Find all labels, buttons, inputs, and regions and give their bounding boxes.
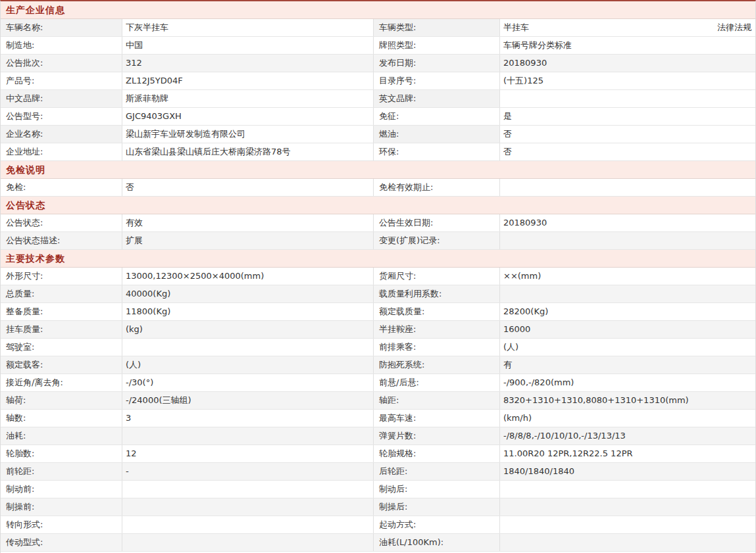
table-row: 油耗: 弹簧片数: -/8/8/8,-/10/10/10,-/13/13/13 bbox=[1, 427, 755, 445]
field-label: 制造地: bbox=[1, 37, 122, 54]
section-rows: 外形尺寸: 13000,12300×2500×4000(mm) 货厢尺寸: ××… bbox=[1, 268, 755, 552]
field-label: 传动型式: bbox=[1, 534, 122, 551]
table-row: 企业地址: 山东省梁山县梁山镇后庄大桥南梁济路78号 环保: 否 bbox=[1, 143, 755, 161]
field-label: 产品号: bbox=[1, 72, 122, 89]
field-value-cell: (km/h) bbox=[500, 410, 755, 427]
field-value: GJC9403GXH bbox=[122, 108, 374, 125]
field-value: -/900,-/820(mm) bbox=[503, 374, 574, 391]
field-label: 免检有效期止: bbox=[374, 179, 500, 196]
field-value-cell: 有 bbox=[500, 356, 755, 373]
field-label: 货厢尺寸: bbox=[374, 268, 500, 285]
field-value-cell: 28200(Kg) bbox=[500, 303, 755, 320]
field-value: 是 bbox=[503, 108, 512, 125]
table-row: 产品号: ZL12J5YD04F 目录序号: (十五)125 bbox=[1, 72, 755, 90]
field-label: 发布日期: bbox=[374, 55, 500, 72]
field-label: 公告生效日期: bbox=[374, 214, 500, 231]
field-value: 否 bbox=[503, 143, 512, 160]
table-row: 制操前: 制操后: bbox=[1, 498, 755, 516]
field-value-cell bbox=[500, 285, 755, 302]
field-label: 免征: bbox=[374, 108, 500, 125]
field-value bbox=[122, 339, 374, 356]
table-row: 接近角/离去角: -/30(°) 前悬/后悬: -/900,-/820(mm) bbox=[1, 374, 755, 392]
field-value-cell: -/8/8/8,-/10/10/10,-/13/13/13 bbox=[500, 427, 755, 445]
table-row: 额定载客: (人) 防抱死系统: 有 bbox=[1, 356, 755, 374]
field-label: 额定载客: bbox=[1, 356, 122, 373]
field-label: 轴荷: bbox=[1, 392, 122, 409]
field-value: 12 bbox=[122, 445, 374, 462]
table-row: 公告型号: GJC9403GXH 免征: 是 bbox=[1, 108, 755, 126]
section-header: 生产企业信息 bbox=[1, 1, 755, 19]
field-value-cell bbox=[500, 179, 755, 196]
field-value: 否 bbox=[503, 126, 512, 143]
section-rows: 车辆名称: 下灰半挂车 车辆类型: 半挂车 法律法规 制造地: 中国 牌照类型:… bbox=[1, 19, 755, 161]
field-value: 有 bbox=[503, 356, 512, 373]
field-label: 目录序号: bbox=[374, 72, 500, 89]
section: 免检说明 免检: 否 免检有效期止: bbox=[1, 161, 755, 197]
field-label: 免检: bbox=[1, 179, 122, 196]
field-label: 挂车质量: bbox=[1, 321, 122, 338]
table-row: 免检: 否 免检有效期止: bbox=[1, 179, 755, 197]
field-label: 制操后: bbox=[374, 498, 500, 516]
section-header: 免检说明 bbox=[1, 161, 755, 179]
field-value-cell: ××(mm) bbox=[500, 268, 755, 285]
field-value-cell bbox=[500, 481, 755, 498]
table-row: 公告状态描述: 扩展 变更(扩展)记录: bbox=[1, 232, 755, 250]
field-value: -/30(°) bbox=[122, 374, 374, 391]
section-title: 生产企业信息 bbox=[6, 5, 65, 15]
legal-regulations-link[interactable]: 法律法规 bbox=[717, 19, 751, 36]
field-label: 企业名称: bbox=[1, 126, 122, 143]
field-value: 3 bbox=[122, 410, 374, 427]
field-value: ZL12J5YD04F bbox=[122, 72, 374, 89]
table-row: 轮胎数: 12 轮胎规格: 11.00R20 12PR,12R22.5 12PR bbox=[1, 445, 755, 463]
field-value bbox=[122, 481, 374, 498]
field-label: 油耗(L/100Km): bbox=[374, 534, 500, 551]
table-row: 转向形式: 起动方式: bbox=[1, 516, 755, 534]
field-value: 中国 bbox=[122, 37, 374, 54]
field-value: 11.00R20 12PR,12R22.5 12PR bbox=[503, 445, 633, 462]
field-label: 油耗: bbox=[1, 427, 122, 445]
field-label: 后轮距: bbox=[374, 463, 500, 480]
field-value: 16000 bbox=[503, 321, 530, 338]
field-label: 转向形式: bbox=[1, 516, 122, 533]
table-row: 轴荷: -/24000(三轴组) 轴距: 8320+1310+1310,8080… bbox=[1, 392, 755, 410]
table-row: 外形尺寸: 13000,12300×2500×4000(mm) 货厢尺寸: ××… bbox=[1, 268, 755, 285]
field-value: (人) bbox=[122, 356, 374, 373]
field-label: 燃油: bbox=[374, 126, 500, 143]
field-value-cell: -/900,-/820(mm) bbox=[500, 374, 755, 391]
section-title: 免检说明 bbox=[6, 164, 45, 175]
field-label: 起动方式: bbox=[374, 516, 500, 533]
section-title: 主要技术参数 bbox=[6, 253, 65, 264]
field-label: 驾驶室: bbox=[1, 339, 122, 356]
field-value: 1840/1840/1840 bbox=[503, 463, 574, 480]
field-value-cell: 20180930 bbox=[500, 214, 755, 231]
field-value-cell: 11.00R20 12PR,12R22.5 12PR bbox=[500, 445, 755, 462]
section-header: 主要技术参数 bbox=[1, 250, 755, 268]
table-row: 总质量: 40000(Kg) 载质量利用系数: bbox=[1, 285, 755, 303]
field-label: 轮胎数: bbox=[1, 445, 122, 462]
field-label: 半挂鞍座: bbox=[374, 321, 500, 338]
field-value: -/24000(三轴组) bbox=[122, 392, 374, 409]
field-label: 额定载质量: bbox=[374, 303, 500, 320]
field-value: -/8/8/8,-/10/10/10,-/13/13/13 bbox=[503, 427, 626, 445]
table-row: 企业名称: 梁山新宇车业研发制造有限公司 燃油: 否 bbox=[1, 126, 755, 143]
field-value: 28200(Kg) bbox=[503, 303, 548, 320]
field-label: 总质量: bbox=[1, 285, 122, 302]
field-value bbox=[122, 534, 374, 551]
field-label: 外形尺寸: bbox=[1, 268, 122, 285]
field-label: 防抱死系统: bbox=[374, 356, 500, 373]
field-label: 制操前: bbox=[1, 498, 122, 516]
field-value: 312 bbox=[122, 55, 374, 72]
field-value-cell: 否 bbox=[500, 143, 755, 160]
field-value: 有效 bbox=[122, 214, 374, 231]
field-label: 变更(扩展)记录: bbox=[374, 232, 500, 249]
field-value: 扩展 bbox=[122, 232, 374, 249]
field-value: 梁山新宇车业研发制造有限公司 bbox=[122, 126, 374, 143]
field-value-cell: 半挂车 法律法规 bbox=[500, 19, 755, 36]
field-value: (十五)125 bbox=[503, 72, 543, 89]
field-value bbox=[122, 427, 374, 445]
field-label: 车辆名称: bbox=[1, 19, 122, 36]
field-value: ××(mm) bbox=[503, 268, 541, 285]
field-value: 半挂车 bbox=[503, 19, 529, 36]
field-value bbox=[122, 498, 374, 516]
field-value-cell: 是 bbox=[500, 108, 755, 125]
